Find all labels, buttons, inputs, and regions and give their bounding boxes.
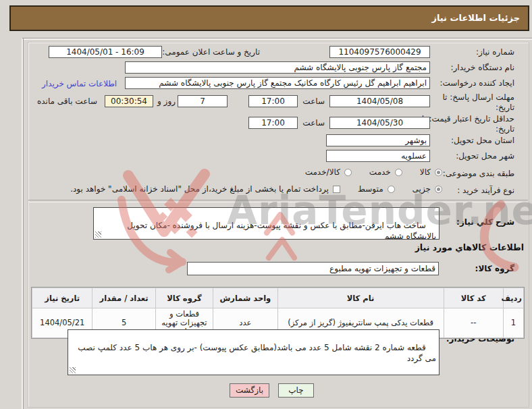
subject-option-goods-service[interactable]: کالا/خدمت <box>305 167 352 177</box>
process-option-minor[interactable]: جزیی <box>413 184 442 194</box>
goods-table-header-row: ردیف کد کالا نام کالا واحد شمارش گروه کا… <box>32 288 524 308</box>
hours-remaining-label: ساعت باقی مانده <box>37 97 97 107</box>
process-type-options: جزیی متوسط پرداخت تمام یا بخشی از مبلغ خ… <box>70 184 442 194</box>
col-row-number: ردیف <box>503 288 523 308</box>
need-description-textarea[interactable]: ساخت هاب ایرفن-مطابق با عکس و نقشه پیوست… <box>93 207 440 240</box>
process-option-minor-label: جزیی <box>413 184 431 194</box>
subject-option-service-label: خدمت <box>369 167 391 177</box>
col-quantity: تعداد / مقدار <box>92 288 155 308</box>
col-need-date: تاریخ نیاز <box>32 288 92 308</box>
page-title: جزئیات اطلاعات نیاز <box>9 5 529 31</box>
subject-option-goods[interactable]: کالا <box>420 167 442 177</box>
price-validity-date-field[interactable]: 1404/05/30 <box>329 117 430 129</box>
need-number-field[interactable]: 1104097576000429 <box>329 46 430 58</box>
process-option-medium-label: متوسط <box>358 184 383 194</box>
subject-class-options: کالا خدمت کالا/خدمت <box>305 167 442 177</box>
deadline-hour-label: ساعت <box>302 97 325 107</box>
deadline-label: مهلت ارسال پاسخ: تا تاریخ: <box>435 92 514 113</box>
deadline-time-field[interactable]: 17:00 <box>248 95 298 107</box>
process-type-label: نوع فرآیند خرید : <box>457 186 514 196</box>
section-separator <box>28 200 528 202</box>
subject-option-service[interactable]: خدمت <box>369 167 402 177</box>
goods-group-field[interactable]: قطعات و تجهیزات تهویه مطبوع <box>187 262 439 275</box>
buyer-org-field[interactable]: مجتمع گاز پارس جنوبی پالایشگاه ششم <box>125 61 430 74</box>
countdown-timer: 00:30:54 <box>105 95 153 107</box>
treasury-checkbox-label: پرداخت تمام یا بخشی از مبلغ خرید،از محل … <box>70 184 329 194</box>
province-field[interactable]: بوشهر <box>326 134 430 146</box>
panel-top-border <box>22 38 532 40</box>
announce-datetime-field[interactable]: 1404/05/01 - 16:09 <box>49 46 162 58</box>
buyer-org-label: نام دستگاه خریدار: <box>451 63 515 73</box>
resize-grip-icon[interactable] <box>70 367 76 373</box>
city-label: شهر محل تحویل: <box>456 151 514 161</box>
col-unit: واحد شمارش <box>213 288 277 308</box>
cell-row-number: 1 <box>503 308 523 338</box>
need-description-label: شرح کلي نیاز: <box>456 217 514 227</box>
cell-item-code: -- <box>444 308 503 338</box>
radio-minor-icon[interactable] <box>435 186 442 193</box>
need-details-page: جزئیات اطلاعات نیاز شماره نیاز: 11040975… <box>0 0 532 409</box>
need-description-text: ساخت هاب ایرفن-مطابق با عکس و نقشه پیوست… <box>125 221 436 240</box>
price-validity-hour-label: ساعت <box>302 118 325 128</box>
resize-grip-icon[interactable] <box>95 231 101 238</box>
creator-field[interactable]: ابراهیم ابراهیم گل رئیس کارگاه مکانیک مج… <box>125 77 430 89</box>
radio-goods-service-icon[interactable] <box>344 169 352 176</box>
creator-label: ایجاد کننده درخواست: <box>440 78 514 88</box>
days-and-label: روز و <box>157 97 176 107</box>
price-validity-label: حداقل تاریخ اعتبار قیمت: تا تاریخ: <box>421 114 514 134</box>
need-number-label: شماره نیاز: <box>476 47 514 57</box>
subject-class-label: طبقه بندی موضوعی: <box>443 169 514 179</box>
days-left-field: 7 <box>178 95 228 107</box>
goods-group-label: گروه کالا: <box>475 264 514 274</box>
radio-service-icon[interactable] <box>395 169 402 176</box>
buyer-contact-link[interactable]: اطلاعات تماس خریدار <box>42 79 117 88</box>
treasury-checkbox-group[interactable]: پرداخت تمام یا بخشی از مبلغ خرید،از محل … <box>70 184 340 194</box>
announce-label: تاریخ و ساعت اعلان عمومی: <box>162 47 260 57</box>
deadline-date-field[interactable]: 1404/05/08 <box>329 95 430 107</box>
treasury-checkbox-icon[interactable] <box>333 186 340 193</box>
radio-goods-icon[interactable] <box>435 169 442 176</box>
col-item-code: کد کالا <box>444 288 503 308</box>
subject-option-goods-label: کالا <box>420 167 431 177</box>
province-label: استان محل تحویل: <box>451 136 514 146</box>
print-button[interactable]: چاپ <box>278 383 314 398</box>
price-validity-time-field[interactable]: 17:00 <box>248 117 298 129</box>
process-option-medium[interactable]: متوسط <box>358 184 395 194</box>
back-button[interactable]: بازگشت <box>230 383 269 398</box>
panel-left-border <box>22 38 24 409</box>
buyer-notes-textarea[interactable]: قطعه شماره 2 نقشه شامل 5 عدد می باشد(مطا… <box>68 329 440 375</box>
radio-medium-icon[interactable] <box>388 186 395 193</box>
col-group: گروه کالا <box>155 288 213 308</box>
goods-section-title: اطلاعات کالاهاي مورد نیاز <box>415 242 524 252</box>
col-item-name: نام کالا <box>277 288 444 308</box>
subject-option-goods-service-label: کالا/خدمت <box>305 167 340 177</box>
buyer-notes-text: قطعه شماره 2 نقشه شامل 5 عدد می باشد(مطا… <box>75 343 436 363</box>
city-field[interactable]: عسلویه <box>326 150 430 162</box>
